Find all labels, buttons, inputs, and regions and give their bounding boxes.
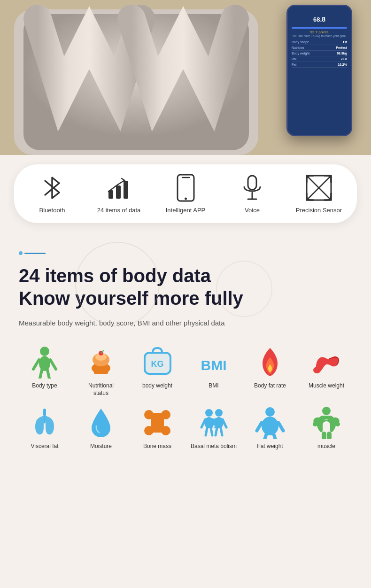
- svg-rect-5: [116, 186, 121, 199]
- bmi-icon: BMI: [197, 346, 230, 379]
- nutritional-icon: [85, 346, 117, 379]
- svg-line-46: [206, 428, 207, 435]
- data-item-body-type: Body type: [19, 346, 70, 397]
- bluetooth-icon: [40, 174, 64, 202]
- feature-voice: Voice: [219, 174, 286, 214]
- bluetooth-icon-container: [38, 174, 66, 202]
- svg-text:BMI: BMI: [201, 357, 226, 373]
- phone-score-bar: [292, 27, 347, 29]
- data-item-muscle2: muscle: [301, 406, 352, 450]
- phone-score: 92.7 points You still have 15.8kg to rea…: [292, 30, 347, 38]
- fat-weight-label: Fat weight: [257, 443, 283, 450]
- svg-line-18: [33, 360, 39, 369]
- body-data-section: 24 items of body data Know yourself more…: [0, 232, 371, 464]
- svg-line-53: [278, 423, 283, 431]
- svg-point-17: [39, 356, 50, 371]
- svg-point-51: [262, 417, 278, 435]
- muscle2-icon: [310, 406, 343, 439]
- bone-icon: [141, 406, 174, 439]
- data-item-fat-weight: Fat weight: [244, 406, 296, 450]
- svg-point-9: [185, 198, 187, 200]
- hero-section: 68.8 92.7 points You still have 15.8kg t…: [0, 0, 371, 155]
- feature-app: Intelligent APP: [152, 174, 219, 214]
- data-item-visceral: Visceral fat: [19, 406, 70, 450]
- fat-weight-icon: [254, 406, 286, 439]
- body-fat-label: Body fat rate: [254, 382, 286, 390]
- bone-label: Bone mass: [143, 443, 171, 450]
- muscle-icon: [310, 346, 343, 379]
- moisture-label: Moisture: [90, 443, 112, 450]
- app-label: Intelligent APP: [166, 207, 206, 214]
- svg-point-38: [205, 409, 213, 417]
- features-strip: Bluetooth 24 items of data: [0, 155, 371, 232]
- svg-text:KG: KG: [151, 359, 163, 369]
- phone-icon: [175, 174, 196, 202]
- phone-weight: 68.8: [292, 10, 347, 26]
- feature-bluetooth: Bluetooth: [19, 174, 85, 214]
- muscle-label: Muscle weight: [309, 382, 344, 390]
- data-grid-row2: Visceral fat Moisture: [19, 406, 352, 450]
- svg-rect-32: [43, 409, 46, 416]
- moisture-icon: [85, 406, 117, 439]
- svg-point-50: [265, 407, 275, 417]
- svg-point-60: [335, 422, 340, 426]
- svg-line-52: [257, 423, 262, 431]
- phone-screen: 68.8 92.7 points You still have 15.8kg t…: [288, 6, 351, 135]
- data-item-body-weight: KG body weight: [131, 346, 183, 397]
- phone-icon-container: [171, 174, 200, 202]
- muscle2-label: muscle: [317, 443, 335, 450]
- svg-point-56: [322, 407, 331, 415]
- phone-row-3: Body weight68.8kg: [292, 51, 347, 56]
- mic-icon: [240, 174, 264, 202]
- phone-row-5: Fat16.2%: [292, 62, 347, 68]
- svg-point-59: [313, 422, 317, 426]
- data-item-bone: Bone mass: [131, 406, 183, 450]
- section-title: 24 items of body data Know yourself more…: [19, 264, 352, 309]
- sensor-label: Precision Sensor: [296, 207, 342, 214]
- svg-rect-37: [151, 413, 164, 433]
- svg-line-54: [264, 434, 266, 439]
- body-type-icon: [28, 346, 61, 379]
- section-description: Measurable body weight, body score, BMI …: [19, 319, 352, 327]
- data-item-bmi: BMI BMI: [188, 346, 240, 397]
- svg-line-21: [47, 370, 49, 379]
- body-fat-icon: [254, 346, 286, 379]
- chart-icon: [105, 174, 133, 202]
- data-grid-row1: Body type Nutritional status: [19, 346, 352, 397]
- svg-rect-61: [322, 432, 326, 439]
- svg-line-55: [274, 434, 276, 439]
- body-weight-label: body weight: [142, 382, 172, 390]
- svg-line-20: [40, 370, 42, 379]
- phone-mockup: 68.8 92.7 points You still have 15.8kg t…: [286, 5, 352, 136]
- data-label: 24 items of data: [97, 207, 141, 214]
- bluetooth-label: Bluetooth: [39, 207, 65, 214]
- data-item-basal: Basal meta bolism: [188, 406, 240, 450]
- sensor-icon: [305, 174, 333, 202]
- accent-dot: [19, 251, 23, 255]
- svg-line-49: [221, 428, 222, 435]
- sensor-icon-container: [305, 174, 333, 202]
- mic-icon-container: [238, 174, 266, 202]
- body-weight-icon: KG: [141, 346, 174, 379]
- svg-line-48: [216, 428, 217, 435]
- data-item-muscle: Muscle weight: [301, 346, 352, 397]
- feature-data: 24 items of data: [85, 174, 152, 214]
- feature-sensor: Precision Sensor: [286, 174, 352, 214]
- accent-dash: [24, 253, 46, 254]
- svg-line-47: [211, 428, 212, 435]
- svg-point-16: [40, 347, 49, 356]
- bmi-label: BMI: [209, 382, 218, 390]
- accent-line: [19, 251, 352, 255]
- visceral-label: Visceral fat: [31, 443, 58, 450]
- svg-rect-10: [248, 176, 256, 190]
- voice-label: Voice: [245, 207, 260, 214]
- data-item-moisture: Moisture: [75, 406, 127, 450]
- svg-rect-7: [178, 175, 194, 201]
- chart-icon-container: [105, 174, 133, 202]
- visceral-icon: [28, 406, 61, 439]
- svg-point-39: [215, 409, 223, 417]
- svg-point-31: [313, 367, 321, 373]
- phone-row-1: Body shapeFit: [292, 39, 347, 45]
- features-card: Bluetooth 24 items of data: [14, 164, 357, 223]
- body-type-label: Body type: [32, 382, 57, 390]
